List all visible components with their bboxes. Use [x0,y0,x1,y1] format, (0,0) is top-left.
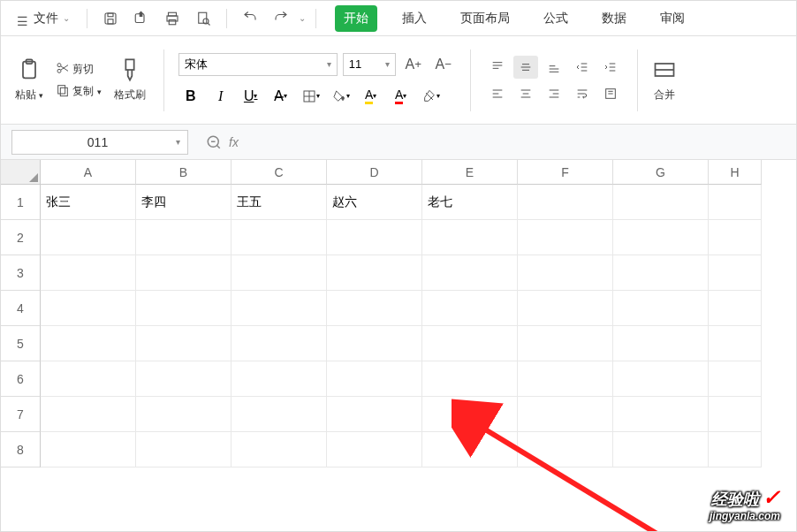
col-header-G[interactable]: G [613,160,709,185]
cell-E1[interactable]: 老七 [422,185,518,220]
qat-dropdown-icon[interactable]: ⌄ [299,13,306,23]
cell-E3[interactable] [422,255,518,291]
formula-input-area[interactable]: fx [206,134,239,150]
cell-G5[interactable] [613,326,709,361]
save-as-icon[interactable] [128,5,155,32]
row-header-7[interactable]: 7 [1,397,41,432]
cell-B5[interactable] [136,326,232,361]
cell-E5[interactable] [422,326,518,361]
cut-button[interactable]: 剪切 [50,59,106,80]
align-left-button[interactable] [485,82,510,105]
increase-font-button[interactable]: A+ [401,53,426,76]
row-header-4[interactable]: 4 [1,291,41,326]
select-all-corner[interactable] [1,160,41,185]
cell-A3[interactable] [41,255,136,291]
cell-G4[interactable] [613,291,709,326]
cell-E2[interactable] [422,220,518,255]
cell-A4[interactable] [41,291,136,326]
cell-A7[interactable] [41,397,136,432]
fill-color-button[interactable]: ▾ [329,85,353,108]
bold-button[interactable]: B [178,85,203,108]
cell-C6[interactable] [232,361,327,397]
row-header-5[interactable]: 5 [1,326,41,361]
clear-format-button[interactable]: ▾ [419,85,444,108]
cell-D5[interactable] [327,326,422,361]
tab-formula[interactable]: 公式 [535,5,577,32]
cell-F4[interactable] [518,291,613,326]
cell-G6[interactable] [613,361,709,397]
undo-icon[interactable] [237,5,263,32]
cell-H6[interactable] [709,361,762,397]
cell-B6[interactable] [136,361,232,397]
row-header-2[interactable]: 2 [1,220,41,255]
cell-H5[interactable] [709,326,762,361]
col-header-B[interactable]: B [136,160,232,185]
cell-B7[interactable] [136,397,232,432]
cell-H4[interactable] [709,291,762,326]
cell-B2[interactable] [136,220,232,255]
cell-D8[interactable] [327,432,422,467]
orientation-button[interactable] [598,82,623,105]
cell-E8[interactable] [422,432,518,467]
highlight-button[interactable]: A▾ [359,85,383,108]
increase-indent-button[interactable] [598,56,623,79]
cell-F3[interactable] [518,255,613,291]
cell-F8[interactable] [518,432,613,467]
align-bottom-button[interactable] [542,56,566,79]
cell-B3[interactable] [136,255,232,291]
border-button[interactable]: ▾ [299,85,323,108]
col-header-H[interactable]: H [709,160,762,185]
cell-E7[interactable] [422,397,518,432]
cell-H1[interactable] [709,185,762,220]
align-top-button[interactable] [485,56,510,79]
tab-review[interactable]: 审阅 [651,5,694,32]
tab-insert[interactable]: 插入 [393,5,436,32]
cell-D3[interactable] [327,255,422,291]
cell-C8[interactable] [232,432,327,467]
decrease-font-button[interactable]: A− [431,53,456,76]
cell-F1[interactable] [518,185,613,220]
col-header-F[interactable]: F [518,160,613,185]
cell-C1[interactable]: 王五 [232,185,327,220]
tab-layout[interactable]: 页面布局 [452,5,519,32]
col-header-D[interactable]: D [327,160,422,185]
paste-button[interactable]: 粘贴 ▾ [11,56,47,104]
cell-H7[interactable] [709,397,762,432]
name-box[interactable]: 011 ▾ [11,130,188,155]
cell-C7[interactable] [232,397,327,432]
row-header-3[interactable]: 3 [1,255,41,291]
cell-C2[interactable] [232,220,327,255]
cell-F6[interactable] [518,361,613,397]
cell-D6[interactable] [327,361,422,397]
file-menu[interactable]: 文件 ⌄ [10,7,77,30]
col-header-E[interactable]: E [422,160,518,185]
cell-H8[interactable] [709,432,762,467]
cell-G8[interactable] [613,432,709,467]
row-header-8[interactable]: 8 [1,432,41,467]
print-icon[interactable] [159,5,186,32]
tab-data[interactable]: 数据 [593,5,635,32]
cell-G2[interactable] [613,220,709,255]
cell-A8[interactable] [41,432,136,467]
cell-F5[interactable] [518,326,613,361]
cell-D2[interactable] [327,220,422,255]
merge-button[interactable]: 合并 [652,57,677,103]
cell-G7[interactable] [613,397,709,432]
underline-button[interactable]: U▾ [239,85,263,108]
format-painter-button[interactable]: 格式刷 [110,56,149,104]
cell-F2[interactable] [518,220,613,255]
align-middle-button[interactable] [513,56,538,79]
font-name-select[interactable]: 宋体 ▾ [178,53,338,76]
cell-H3[interactable] [709,255,762,291]
strikethrough-button[interactable]: A̶▾ [269,85,293,108]
font-size-select[interactable]: 11 ▾ [343,53,396,76]
copy-button[interactable]: 复制 ▾ [50,81,106,102]
cell-A2[interactable] [41,220,136,255]
cell-A6[interactable] [41,361,136,397]
cell-G1[interactable] [613,185,709,220]
cell-D1[interactable]: 赵六 [327,185,422,220]
cell-A5[interactable] [41,326,136,361]
cell-E6[interactable] [422,361,518,397]
align-right-button[interactable] [542,82,566,105]
align-center-button[interactable] [513,82,538,105]
